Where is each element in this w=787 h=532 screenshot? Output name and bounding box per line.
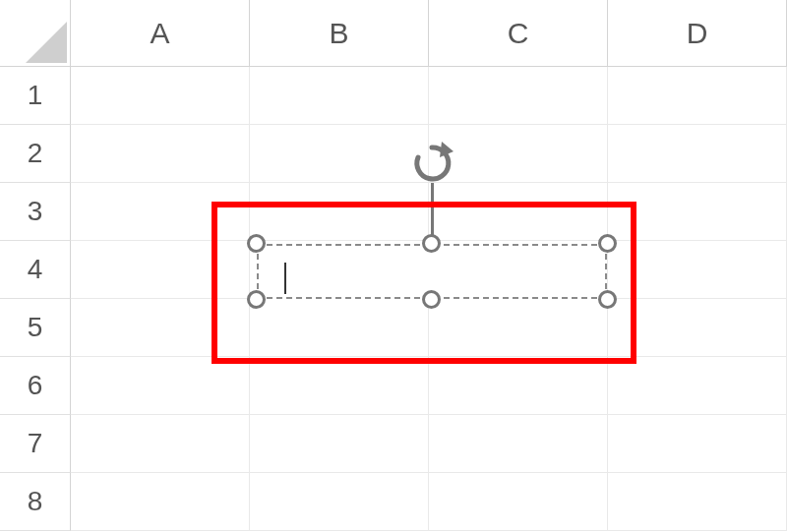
row-header-8[interactable]: 8 [0, 473, 71, 531]
cell[interactable] [608, 415, 787, 473]
cell[interactable] [429, 183, 608, 241]
cell[interactable] [250, 473, 429, 531]
select-all-corner[interactable] [0, 0, 71, 67]
row-header-1[interactable]: 1 [0, 67, 71, 125]
spreadsheet-grid: A B C D 1 2 3 4 5 6 7 8 [0, 0, 787, 532]
cell[interactable] [71, 241, 250, 299]
cell[interactable] [71, 357, 250, 415]
row-header-7[interactable]: 7 [0, 415, 71, 473]
resize-handle-top-left[interactable] [247, 234, 266, 253]
resize-handle-top-right[interactable] [598, 234, 617, 253]
resize-handle-bottom-right[interactable] [598, 290, 617, 309]
row-header-4[interactable]: 4 [0, 241, 71, 299]
text-cursor [284, 263, 286, 294]
column-header-a[interactable]: A [71, 0, 250, 67]
resize-handle-top-middle[interactable] [422, 234, 441, 253]
cell[interactable] [71, 473, 250, 531]
cell[interactable] [71, 67, 250, 125]
cell[interactable] [71, 183, 250, 241]
row-header-3[interactable]: 3 [0, 183, 71, 241]
row-header-6[interactable]: 6 [0, 357, 71, 415]
cell[interactable] [608, 67, 787, 125]
cell[interactable] [250, 125, 429, 183]
cell[interactable] [429, 357, 608, 415]
resize-handle-bottom-middle[interactable] [422, 290, 441, 309]
cell[interactable] [250, 67, 429, 125]
rotate-icon [410, 142, 454, 185]
cell[interactable] [429, 125, 608, 183]
cell[interactable] [608, 241, 787, 299]
column-header-d[interactable]: D [608, 0, 787, 67]
cell[interactable] [429, 299, 608, 357]
column-header-b[interactable]: B [250, 0, 429, 67]
cell[interactable] [429, 67, 608, 125]
column-headers: A B C D [0, 0, 787, 67]
cell[interactable] [608, 473, 787, 531]
cell[interactable] [429, 415, 608, 473]
cell[interactable] [608, 299, 787, 357]
row-header-2[interactable]: 2 [0, 125, 71, 183]
cell[interactable] [250, 183, 429, 241]
rotate-connector [431, 183, 434, 236]
cell[interactable] [608, 357, 787, 415]
rotate-handle[interactable] [410, 142, 454, 185]
row-header-5[interactable]: 5 [0, 299, 71, 357]
cell[interactable] [250, 357, 429, 415]
cell[interactable] [71, 415, 250, 473]
cell[interactable] [250, 299, 429, 357]
cell[interactable] [608, 125, 787, 183]
column-header-c[interactable]: C [429, 0, 608, 67]
cell[interactable] [429, 473, 608, 531]
cell[interactable] [608, 183, 787, 241]
cell[interactable] [71, 125, 250, 183]
text-box-shape[interactable] [257, 244, 607, 299]
cell[interactable] [71, 299, 250, 357]
resize-handle-bottom-left[interactable] [247, 290, 266, 309]
cell[interactable] [250, 415, 429, 473]
row-headers: 1 2 3 4 5 6 7 8 [0, 67, 71, 531]
